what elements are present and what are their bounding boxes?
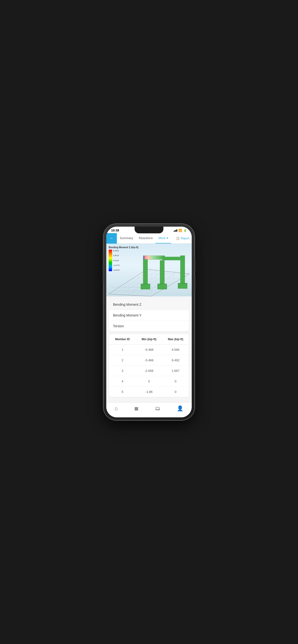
cell-min-3: -2.656 — [136, 366, 163, 376]
cell-min-5: -1.86 — [136, 387, 163, 397]
tab-summary[interactable]: Summary — [117, 233, 136, 244]
table-header: Member ID Min (kip-ft) Max (kip-ft) — [109, 334, 189, 344]
top-nav: ← Summary Reactions More ▾ 📋 Report — [106, 233, 192, 244]
phone-notch — [135, 227, 163, 233]
structure-svg — [138, 248, 191, 294]
table-row: 1 -5.468 4.566 — [109, 344, 189, 355]
tab-more[interactable]: More ▾ — [156, 233, 171, 244]
cell-min-2: -5.468 — [136, 355, 163, 365]
folder-icon: 🗂 — [155, 406, 160, 412]
home-icon: ⌂ — [115, 406, 118, 412]
signal-icon — [174, 229, 177, 232]
legend-title: Bending Moment Z (kip-ft) — [109, 246, 138, 249]
cell-id-5: 5 — [109, 387, 136, 397]
cell-id-3: 3 — [109, 366, 136, 376]
calculator-icon: ▦ — [134, 406, 138, 411]
svg-rect-19 — [178, 283, 187, 288]
table-row: 3 -2.656 1.667 — [109, 366, 189, 376]
svg-rect-15 — [143, 256, 165, 260]
cell-max-1: 4.566 — [162, 344, 189, 355]
bottom-nav: ⌂ ▦ 🗂 👤 — [106, 402, 192, 417]
phone-screen: 10:38 📶 🔋 ← Summary — [106, 227, 192, 417]
cell-max-5: 0 — [162, 387, 189, 397]
svg-rect-16 — [163, 257, 185, 260]
menu-item-torsion[interactable]: Torsion — [109, 321, 189, 331]
col-max: Max (kip-ft) — [162, 336, 189, 342]
col-member-id: Member ID — [109, 336, 136, 342]
status-time: 10:38 — [111, 228, 119, 232]
cell-max-4: 0 — [162, 376, 189, 386]
status-icons: 📶 🔋 — [174, 229, 187, 232]
back-button[interactable]: ← — [106, 233, 117, 244]
menu-item-bending-z[interactable]: Bending Moment Z — [109, 299, 189, 310]
cell-max-2: 6.492 — [162, 355, 189, 365]
svg-rect-12 — [143, 258, 147, 284]
bottom-nav-folder[interactable]: 🗂 — [151, 404, 164, 412]
cell-id-4: 4 — [109, 376, 136, 386]
wifi-icon: 📶 — [179, 229, 182, 232]
svg-rect-17 — [141, 284, 150, 289]
3d-view: Bending Moment Z (kip-ft) 6.4916 3.5018 … — [106, 244, 192, 296]
content-area[interactable]: Bending Moment Z Bending Moment Y Torsio… — [106, 296, 192, 402]
cell-id-2: 2 — [109, 355, 136, 365]
nav-tabs: Summary Reactions More ▾ — [117, 233, 174, 244]
menu-card: Bending Moment Z Bending Moment Y Torsio… — [109, 299, 189, 331]
menu-item-bending-y[interactable]: Bending Moment Y — [109, 310, 189, 321]
back-arrow-icon: ← — [109, 236, 114, 241]
battery-icon: 🔋 — [183, 229, 187, 232]
report-button[interactable]: 📋 Report — [174, 237, 192, 240]
table-row: 4 0 0 — [109, 376, 189, 387]
account-icon: 👤 — [177, 406, 183, 412]
bottom-nav-account[interactable]: 👤 — [173, 404, 187, 412]
svg-rect-18 — [158, 284, 167, 289]
table-row: 2 -5.468 6.492 — [109, 355, 189, 366]
report-icon: 📋 — [176, 237, 180, 240]
table-row: 5 -1.86 0 — [109, 387, 189, 397]
cell-min-4: 0 — [136, 376, 163, 386]
col-min: Min (kip-ft) — [136, 336, 163, 342]
bottom-nav-calculator[interactable]: ▦ — [130, 405, 142, 412]
cell-id-1: 1 — [109, 344, 136, 355]
phone-device: 10:38 📶 🔋 ← Summary — [103, 224, 195, 420]
cell-max-3: 1.667 — [162, 366, 189, 376]
bottom-nav-home[interactable]: ⌂ — [111, 404, 122, 412]
cell-min-1: -5.468 — [136, 344, 163, 355]
data-table-card: Member ID Min (kip-ft) Max (kip-ft) 1 -5… — [109, 334, 189, 397]
svg-rect-13 — [160, 260, 164, 284]
tab-reactions[interactable]: Reactions — [136, 233, 156, 244]
